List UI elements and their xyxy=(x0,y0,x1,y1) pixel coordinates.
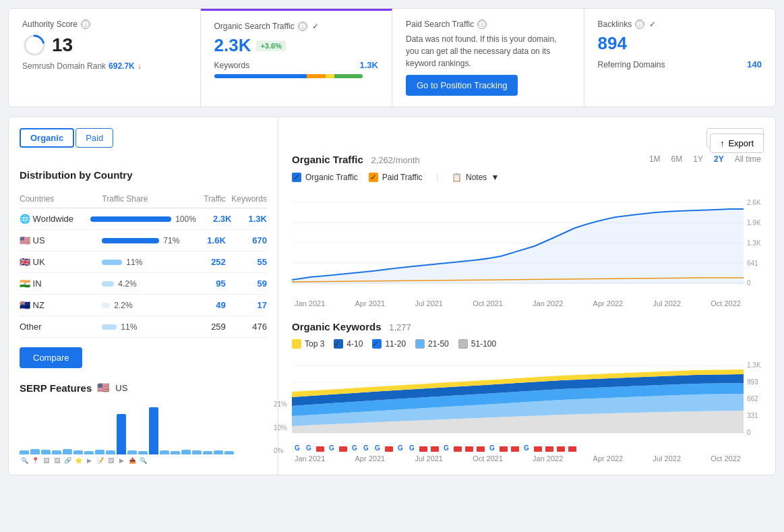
serp-bar xyxy=(224,451,234,454)
legend-21-50[interactable]: 21-50 xyxy=(415,339,449,349)
keywords-chart-header: Organic Keywords 1,277 xyxy=(292,321,764,332)
google-icons-row: G G G G G G G G G xyxy=(292,444,744,452)
legend-51-100[interactable]: 51-100 xyxy=(458,339,496,349)
google-red-flag xyxy=(465,446,473,452)
in-traffic[interactable]: 95 xyxy=(185,278,226,289)
organic-search-label: Organic Search Traffic ⓘ ✓ xyxy=(214,22,379,31)
table-row: 🌐 Worldwide 100% 2.3K 1.3K xyxy=(20,208,267,230)
right-panel: ⬆ Export Organic Traffic 2,262/month 1M … xyxy=(278,117,776,475)
organic-traffic-chart: 2.6K 1.9K 1.3K 641 0 Jan 2021 Apr 2021 J… xyxy=(292,189,764,307)
country-in: 🇮🇳 IN xyxy=(20,278,102,289)
google-red-flag xyxy=(511,446,519,452)
filter-1y[interactable]: 1Y xyxy=(690,153,706,165)
legend-notes[interactable]: 📋 Notes ▼ xyxy=(452,173,499,182)
legend-top3[interactable]: Top 3 xyxy=(292,339,324,349)
paid-search-card: Paid Search Traffic ⓘ Data was not found… xyxy=(392,9,584,107)
col-countries: Countries xyxy=(20,194,102,204)
nz-bar-cell: 2.2% xyxy=(102,301,184,310)
referring-value: 140 xyxy=(747,59,762,69)
svg-text:993: 993 xyxy=(747,378,758,386)
filter-1m[interactable]: 1M xyxy=(646,153,663,165)
serp-icon[interactable]: 🔗 xyxy=(63,457,72,464)
serp-chart-container: 21% 10% 0% xyxy=(20,401,267,464)
left-panel: Organic Paid ↑ Export Distribution by Co… xyxy=(9,117,278,475)
us-traffic[interactable]: 1.6K xyxy=(185,235,226,245)
serp-bars-container: 21% 10% 0% xyxy=(20,401,267,454)
organic-traffic-subtitle: 2,262/month xyxy=(371,155,420,165)
tab-paid[interactable]: Paid xyxy=(76,128,113,148)
other-bar xyxy=(102,324,117,330)
kb-blue xyxy=(214,74,307,78)
google-red-flag xyxy=(385,446,393,452)
filter-6m[interactable]: 6M xyxy=(669,153,686,165)
legend-4-10[interactable]: ✓ 4-10 xyxy=(334,339,363,349)
in-bar xyxy=(102,281,114,287)
distribution-title: Distribution by Country xyxy=(20,169,267,181)
filter-all-time[interactable]: All time xyxy=(732,153,764,165)
svg-text:662: 662 xyxy=(747,395,758,403)
country-us: 🇺🇸 US xyxy=(20,235,102,245)
backlinks-card: Backlinks ⓘ ✓ 894 Referring Domains 140 xyxy=(584,9,776,107)
google-red-flag xyxy=(477,446,485,452)
worldwide-traffic[interactable]: 2.3K xyxy=(196,214,232,224)
serp-icon[interactable]: ▶ xyxy=(84,457,94,464)
export-icon: ↑ xyxy=(720,138,725,148)
serp-bar xyxy=(52,450,61,454)
serp-bar xyxy=(30,449,40,454)
uk-bar xyxy=(102,260,122,265)
serp-icon[interactable]: 🖼 xyxy=(52,457,61,464)
table-row: 🇳🇿 NZ 2.2% 49 17 xyxy=(20,295,267,316)
organic-keywords-section: Organic Keywords 1,277 Top 3 ✓ 4-10 ✓ xyxy=(292,321,764,463)
referring-domains-row: Referring Domains 140 xyxy=(598,59,762,69)
google-icon: G xyxy=(326,444,337,452)
in-keywords[interactable]: 59 xyxy=(226,278,267,289)
google-red-flag xyxy=(534,446,542,452)
nz-traffic[interactable]: 49 xyxy=(185,300,226,310)
serp-features-section: SERP Features 🇺🇸 US 21% 10% 0% xyxy=(20,382,267,464)
worldwide-keywords[interactable]: 1.3K xyxy=(231,214,267,224)
google-red-flag xyxy=(431,446,439,452)
tab-organic[interactable]: Organic xyxy=(20,128,74,148)
serp-icon[interactable]: 📤 xyxy=(127,457,137,464)
google-icon: G xyxy=(303,444,314,452)
svg-text:0: 0 xyxy=(747,429,751,436)
serp-icon[interactable]: ⭐ xyxy=(73,457,83,464)
nz-keywords[interactable]: 17 xyxy=(226,300,267,310)
serp-icon[interactable]: 🔍 xyxy=(20,457,29,464)
serp-icon[interactable]: 🖼 xyxy=(41,457,51,464)
organic-traffic-section: Organic Traffic 2,262/month 1M 6M 1Y 2Y … xyxy=(292,153,764,307)
authority-score-info-icon: ⓘ xyxy=(81,20,90,29)
keywords-chart: 1.3K 993 662 331 0 G G G G G xyxy=(292,355,764,463)
google-icon: G xyxy=(395,444,406,452)
keywords-value: 1,277 xyxy=(389,322,411,332)
domain-rank-row: Semrush Domain Rank 692.7K ↓ xyxy=(22,61,187,71)
serp-icon[interactable]: ▶ xyxy=(117,457,126,464)
position-tracking-button[interactable]: Go to Position Tracking xyxy=(406,75,518,96)
worldwide-bar-cell: 100% xyxy=(90,214,196,224)
kw-check-11-20: ✓ xyxy=(372,339,382,349)
compare-button[interactable]: Compare xyxy=(20,347,82,368)
tab-group: Organic Paid xyxy=(20,128,113,148)
serp-icon[interactable]: 🔍 xyxy=(138,457,148,464)
organic-search-card: Organic Search Traffic ⓘ ✓ 2.3K +3.6% Ke… xyxy=(201,9,393,107)
serp-icon[interactable]: 🖼 xyxy=(106,457,115,464)
keywords-legend: Top 3 ✓ 4-10 ✓ 11-20 21-50 xyxy=(292,339,764,349)
serp-bar xyxy=(106,450,115,454)
legend-organic[interactable]: ✓ Organic Traffic xyxy=(292,173,358,182)
serp-y-axis: 21% 10% 0% xyxy=(274,401,287,454)
filter-2y[interactable]: 2Y xyxy=(711,153,727,165)
country-nz: 🇳🇿 NZ xyxy=(20,300,102,310)
legend-paid[interactable]: ✓ Paid Traffic xyxy=(369,173,423,182)
uk-traffic[interactable]: 252 xyxy=(185,257,226,267)
kb-green xyxy=(334,74,362,78)
legend-11-20[interactable]: ✓ 11-20 xyxy=(372,339,406,349)
serp-icon[interactable]: 📝 xyxy=(95,457,104,464)
chart-legend: ✓ Organic Traffic ✓ Paid Traffic | 📋 Not… xyxy=(292,172,764,182)
uk-keywords[interactable]: 55 xyxy=(226,257,267,267)
google-icon: G xyxy=(361,444,371,452)
us-keywords[interactable]: 670 xyxy=(226,235,267,245)
rank-arrow: ↓ xyxy=(138,61,142,71)
serp-icon[interactable]: 📍 xyxy=(30,457,40,464)
serp-bar xyxy=(138,451,148,454)
export-button[interactable]: ↑ Export xyxy=(710,134,764,153)
